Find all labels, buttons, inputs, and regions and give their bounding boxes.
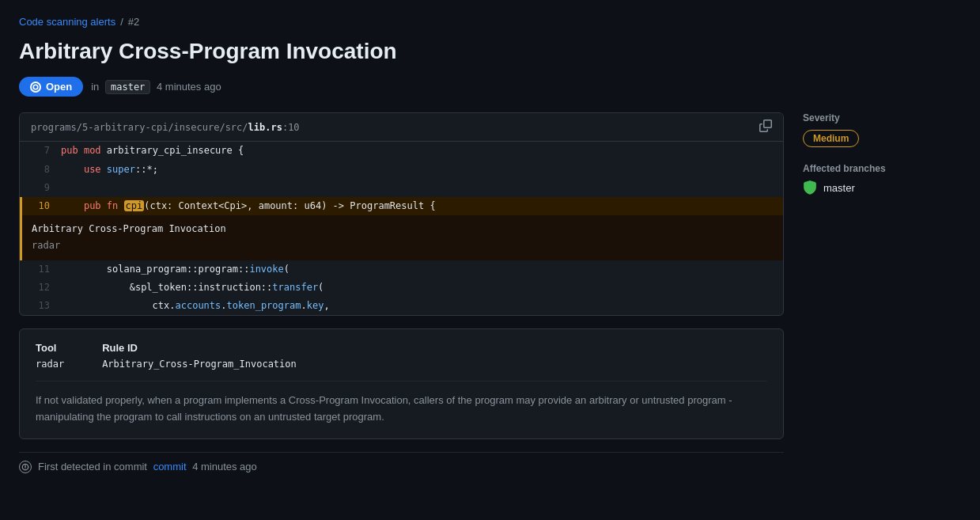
- breadcrumb: Code scanning alerts / #2: [19, 16, 961, 28]
- open-badge: Open: [19, 77, 83, 97]
- code-filename: lib.rs: [248, 122, 282, 133]
- breadcrumb-separator: /: [120, 16, 123, 28]
- sidebar: Severity Medium Affected branches master: [803, 112, 961, 211]
- status-branch: master: [105, 80, 150, 94]
- severity-badge: Medium: [803, 130, 859, 147]
- line-code-10: pub fn cpi(ctx: Context<Cpi>, amount: u6…: [58, 197, 783, 215]
- shield-icon: [803, 180, 817, 195]
- code-line-12: 12 &spl_token::instruction::transfer(: [20, 279, 783, 297]
- branch-item: master: [803, 180, 961, 195]
- code-path-suffix: :10: [282, 122, 300, 133]
- rule-id-value: Arbitrary_Cross-Program_Invocation: [102, 359, 297, 370]
- line-num-11: 11: [22, 260, 58, 279]
- code-line-11: 11 solana_program::program::invoke(: [20, 260, 783, 279]
- badge-label: Open: [46, 81, 72, 93]
- first-detected-prefix: First detected in commit: [38, 461, 147, 473]
- code-path-prefix: programs/5-arbitrary-cpi/insecure/src/: [31, 122, 248, 133]
- line-num-12: 12: [22, 279, 58, 297]
- svg-point-0: [33, 85, 38, 89]
- severity-label: Severity: [803, 112, 961, 123]
- code-line-13: 13 ctx.accounts.token_program.key,: [20, 297, 783, 315]
- code-container: programs/5-arbitrary-cpi/insecure/src/li…: [19, 112, 784, 316]
- info-table: Tool radar Rule ID Arbitrary_Cross-Progr…: [36, 342, 767, 370]
- line-num-10: 10: [22, 197, 58, 215]
- line-code-9: [58, 179, 783, 197]
- detect-icon: [19, 461, 32, 473]
- line-num-9: 9: [22, 179, 58, 197]
- line-code-11: solana_program::program::invoke(: [58, 260, 783, 279]
- copy-icon[interactable]: [759, 120, 772, 135]
- tool-label: Tool: [36, 342, 64, 354]
- page-title: Arbitrary Cross-Program Invocation: [19, 37, 961, 66]
- status-row: Open in master 4 minutes ago: [19, 77, 961, 97]
- breadcrumb-link[interactable]: Code scanning alerts: [19, 16, 115, 28]
- line-code-13: ctx.accounts.token_program.key,: [58, 297, 783, 315]
- alert-tool: radar: [32, 238, 774, 253]
- main-layout: programs/5-arbitrary-cpi/insecure/src/li…: [19, 112, 961, 480]
- first-detected-commit: commit: [153, 461, 187, 473]
- code-body: 7 pub mod arbitrary_cpi_insecure { 8 use…: [20, 142, 783, 315]
- line-num-8: 8: [22, 161, 58, 179]
- code-line-10: 10 pub fn cpi(ctx: Context<Cpi>, amount:…: [20, 197, 783, 215]
- branch-name: master: [823, 182, 855, 194]
- svg-point-3: [25, 468, 25, 469]
- first-detected-text: First detected in commit commit 4 minute…: [38, 461, 257, 473]
- line-code-12: &spl_token::instruction::transfer(: [58, 279, 783, 297]
- code-path: programs/5-arbitrary-cpi/insecure/src/li…: [31, 122, 300, 133]
- status-meta-prefix: in: [91, 81, 99, 93]
- line-code-8: use super::*;: [58, 161, 783, 179]
- code-header: programs/5-arbitrary-cpi/insecure/src/li…: [20, 113, 783, 142]
- line-num-13: 13: [22, 297, 58, 315]
- breadcrumb-current: #2: [128, 16, 139, 28]
- rule-id-label: Rule ID: [102, 342, 297, 354]
- info-col-rule: Rule ID Arbitrary_Cross-Program_Invocati…: [102, 342, 297, 370]
- line-code-7: pub mod arbitrary_cpi_insecure {: [58, 142, 783, 160]
- open-icon: [30, 82, 41, 93]
- tool-value: radar: [36, 359, 64, 370]
- affected-branches-section: Affected branches master: [803, 163, 961, 195]
- line-num-7: 7: [22, 142, 58, 160]
- status-time: 4 minutes ago: [157, 81, 221, 93]
- affected-branches-label: Affected branches: [803, 163, 961, 174]
- first-detected-time: 4 minutes ago: [192, 461, 257, 473]
- code-line-7: 7 pub mod arbitrary_cpi_insecure {: [20, 142, 783, 160]
- info-description: If not validated properly, when a progra…: [36, 381, 767, 426]
- status-meta: in master 4 minutes ago: [91, 81, 221, 93]
- alert-message-block: Arbitrary Cross-Program Invocation radar: [20, 215, 783, 260]
- code-line-8: 8 use super::*;: [20, 161, 783, 179]
- info-col-tool: Tool radar: [36, 342, 64, 370]
- alert-title: Arbitrary Cross-Program Invocation: [32, 222, 774, 237]
- main-content: programs/5-arbitrary-cpi/insecure/src/li…: [19, 112, 784, 480]
- code-line-9: 9: [20, 179, 783, 197]
- first-detected-bar: First detected in commit commit 4 minute…: [19, 452, 784, 481]
- info-box: Tool radar Rule ID Arbitrary_Cross-Progr…: [19, 328, 784, 439]
- severity-section: Severity Medium: [803, 112, 961, 147]
